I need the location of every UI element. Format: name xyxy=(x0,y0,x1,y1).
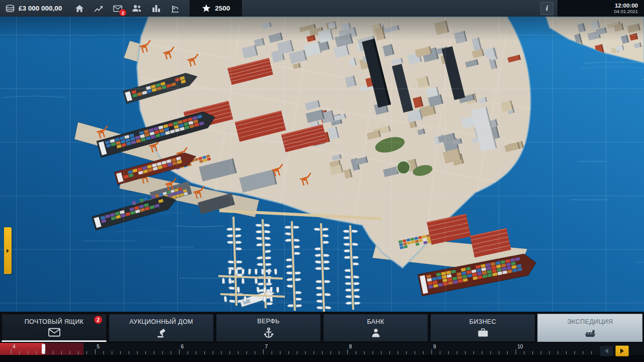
svg-text:9: 9 xyxy=(433,344,436,349)
svg-text:8: 8 xyxy=(349,344,352,349)
toolbar-label: ВЕРФЬ xyxy=(257,318,280,325)
anchor-icon xyxy=(264,327,274,338)
contacts-button[interactable] xyxy=(127,0,146,17)
toolbar-label: БИЗНЕС xyxy=(469,318,497,325)
chevron-left-icon xyxy=(605,348,608,353)
timeline-scrubber[interactable]: 45678910 xyxy=(0,343,644,355)
bottom-toolbar: ПОЧТОВЫЙ ЯЩИК 2 АУКЦИОННЫЙ ДОМ ВЕРФЬ БАН… xyxy=(0,312,644,343)
home-button[interactable] xyxy=(70,0,89,17)
toolbar-button-auction-house[interactable]: АУКЦИОННЫЙ ДОМ xyxy=(109,314,214,342)
mail-icon xyxy=(48,328,60,337)
harbor-map xyxy=(0,17,644,312)
svg-text:10: 10 xyxy=(517,344,523,349)
timeline-next-button[interactable] xyxy=(615,345,629,356)
chevron-right-icon xyxy=(7,249,9,253)
crane-button[interactable] xyxy=(166,0,185,17)
star-icon xyxy=(202,4,211,13)
svg-text:6: 6 xyxy=(181,344,184,349)
buildings-button[interactable] xyxy=(146,0,166,17)
side-panel-tab[interactable] xyxy=(4,227,12,274)
coins-icon xyxy=(5,5,15,13)
game-screen: £3 000 000,00 2 2500 xyxy=(0,0,644,362)
toolbar-button-expedition[interactable]: ЭКСПЕДИЦИЯ xyxy=(537,314,642,342)
timeline-ticks: 45678910 xyxy=(0,343,644,355)
toolbar-label: АУКЦИОННЫЙ ДОМ xyxy=(129,318,193,325)
toolbar-button-shipyard[interactable]: ВЕРФЬ xyxy=(216,314,321,342)
toolbar-button-bank[interactable]: БАНК xyxy=(323,314,428,342)
level-points[interactable]: 2500 xyxy=(190,0,242,17)
map-viewport[interactable] xyxy=(0,17,644,312)
timeline-prev-button[interactable] xyxy=(600,345,613,356)
mail-badge: 2 xyxy=(119,9,126,16)
mail-button[interactable]: 2 xyxy=(108,0,127,17)
banker-icon xyxy=(371,328,381,338)
info-button[interactable]: i xyxy=(540,2,553,15)
top-nav-icons: 2 xyxy=(70,0,185,17)
svg-text:4: 4 xyxy=(13,344,16,349)
svg-text:7: 7 xyxy=(265,344,268,349)
time-display: 12:00:00 xyxy=(615,3,638,9)
briefcase-icon xyxy=(477,328,489,337)
toolbar-button-business[interactable]: БИЗНЕС xyxy=(430,314,535,342)
stats-button[interactable] xyxy=(89,0,108,17)
gavel-icon xyxy=(156,328,167,338)
toolbar-button-mailbox[interactable]: ПОЧТОВЫЙ ЯЩИК 2 xyxy=(2,314,107,342)
toolbar-label: ПОЧТОВЫЙ ЯЩИК xyxy=(25,318,84,325)
ship-icon xyxy=(584,328,596,338)
stats-icon xyxy=(94,5,103,12)
bottom-strip xyxy=(0,355,644,362)
crane-icon xyxy=(171,5,180,13)
home-icon xyxy=(75,5,84,13)
level-points-value: 2500 xyxy=(215,5,230,12)
buildings-icon xyxy=(152,5,160,12)
date-display: 04.01.2021 xyxy=(614,9,638,14)
money-display: £3 000 000,00 xyxy=(0,5,70,13)
clock-panel: 12:00:00 04.01.2021 xyxy=(557,0,644,17)
top-bar: £3 000 000,00 2 2500 xyxy=(0,0,644,17)
money-value: £3 000 000,00 xyxy=(19,5,62,12)
chevron-right-icon xyxy=(620,348,624,353)
mailbox-badge: 2 xyxy=(94,316,102,324)
toolbar-label: БАНК xyxy=(367,318,384,325)
toolbar-label: ЭКСПЕДИЦИЯ xyxy=(567,318,613,325)
contacts-icon xyxy=(132,5,142,12)
svg-text:5: 5 xyxy=(97,344,100,349)
info-icon: i xyxy=(546,4,548,13)
